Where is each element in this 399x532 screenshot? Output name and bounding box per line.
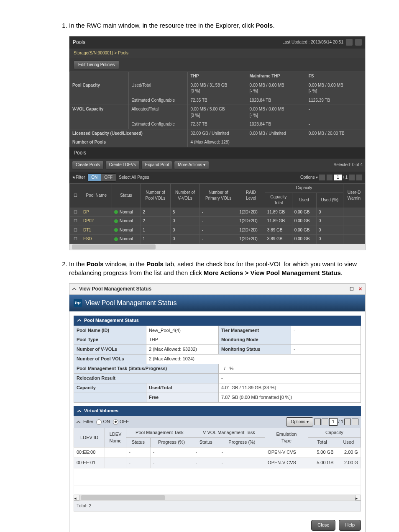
breadcrumb[interactable]: Storage(S/N:300001) > Pools (69, 49, 365, 58)
table-row[interactable]: ☐ESDNormal10-1(2D+2D)3.89 GB0.00 GB0 (70, 235, 365, 244)
cap-r2-k: V-VOL Capacity (70, 105, 129, 120)
col-ct[interactable]: Capacity Total (265, 193, 292, 208)
status-icon (114, 237, 118, 241)
cap-r3-mf: 1023.84 TB (247, 120, 306, 129)
vh-vvm[interactable]: V-VOL Management Task (193, 428, 265, 438)
vh-st2[interactable]: Status (193, 438, 219, 447)
last-updated: Last Updated : 2013/05/14 20:51 (282, 39, 343, 46)
col-cup[interactable]: Used (%) (316, 193, 343, 208)
step-1-post: . (273, 22, 274, 29)
col-status[interactable]: Status (112, 184, 141, 208)
vh-cap[interactable]: Capacity (308, 428, 361, 438)
table-row[interactable]: 00:EE:01----OPEN-V CVS5.00 GB2.00 G (74, 458, 361, 468)
cap-r1-s: Estimated Configurable (129, 96, 188, 105)
collapse-icon[interactable] (72, 287, 77, 291)
filter-toggle[interactable]: ONOFF (87, 173, 116, 182)
vh-used[interactable]: Used (336, 438, 361, 447)
page-next-icon[interactable] (348, 174, 355, 181)
close-button[interactable]: Close (311, 520, 335, 531)
h-scrollbar[interactable]: ◂▸ (74, 495, 361, 501)
chevron-up-icon[interactable] (76, 420, 81, 424)
col-capacity[interactable]: Capacity (265, 184, 343, 193)
chevron-up-icon (77, 409, 82, 414)
table-row[interactable]: ☐DPNormal25-1(2D+2D)11.89 GB0.00 GB0 (70, 208, 365, 217)
scroll-right-icon[interactable]: ▸ (355, 495, 361, 501)
chevron-up-icon (77, 318, 82, 323)
pools-grid: ☐ Pool Name Status Number of Pool VOLs N… (69, 183, 365, 244)
select-all-button[interactable]: Select All Pages (119, 175, 149, 181)
vh-ldev[interactable]: LDEV ID (74, 428, 105, 447)
status-icon (114, 228, 118, 232)
titlebar: Pools Last Updated : 2013/05/14 20:51 (69, 36, 365, 49)
page-last-icon[interactable] (352, 419, 358, 425)
page-number[interactable]: 1 (334, 174, 342, 181)
col-npr[interactable]: Number of Primary VOLs (200, 184, 237, 208)
cap-r1-thp: 72.35 TB (188, 96, 247, 105)
more-actions-button[interactable]: More Actions ▾ (174, 161, 209, 170)
cap-r0-s: Used/Total (129, 81, 188, 96)
vh-lname[interactable]: LDEV Name (105, 428, 126, 447)
filter-bar: ★Filter ONOFF Select All Pages Options ▾… (69, 172, 365, 184)
page-last-icon[interactable] (356, 174, 363, 181)
help-icon[interactable] (355, 39, 362, 46)
m-k1b: Monitoring Mode (219, 335, 291, 345)
hp-logo-icon: hp (74, 299, 82, 307)
close-icon[interactable]: ✕ (358, 287, 363, 292)
cap-r2-s: Allocated/Total (129, 105, 188, 120)
page-first-icon[interactable] (319, 174, 325, 181)
col-nvv[interactable]: Number of V-VOLs (170, 184, 200, 208)
m-k2b: Monitoring Status (219, 345, 291, 355)
edit-tiering-button[interactable]: Edit Tiering Policies (74, 60, 119, 70)
table-row[interactable]: ☐DP02Normal20-1(2D+2D)11.89 GB0.00 GB0 (70, 217, 365, 226)
refresh-icon[interactable] (346, 39, 353, 46)
filter-on-radio[interactable] (96, 419, 102, 425)
section-vv[interactable]: Virtual Volumes (74, 406, 361, 416)
col-warn[interactable]: User-D Warnin (343, 184, 365, 208)
m-v7: Free (146, 393, 219, 403)
page-prev-icon[interactable] (322, 419, 328, 425)
col-cu[interactable]: Used (292, 193, 316, 208)
help-button[interactable]: Help (339, 520, 361, 531)
page-first-icon[interactable] (314, 419, 321, 425)
col-poolname[interactable]: Pool Name (81, 184, 112, 208)
maximize-icon[interactable]: ☐ (349, 287, 354, 292)
vh-pr1[interactable]: Progress (%) (150, 438, 193, 447)
section-pms[interactable]: Pool Management Status (74, 316, 361, 326)
page-next-icon[interactable] (344, 419, 351, 425)
create-ldevs-button[interactable]: Create LDEVs (105, 161, 140, 170)
page-total: / 1 (338, 419, 343, 425)
vh-tot[interactable]: Total (308, 438, 336, 447)
table-row[interactable]: 00:EE:00----OPEN-V CVS5.00 GB2.00 G (74, 447, 361, 458)
step-2: In the Pools window, in the Pools tab, s… (69, 260, 366, 532)
m-k2: Number of V-VOLs (74, 345, 146, 355)
step-2-c: window, in the (104, 260, 147, 267)
page-prev-icon[interactable] (326, 174, 333, 181)
scroll-left-icon[interactable]: ◂ (74, 495, 79, 501)
vh-em[interactable]: Emulation Type (265, 428, 308, 447)
expand-pool-button[interactable]: Expand Pool (141, 161, 173, 170)
options-button[interactable]: Options ▾ (300, 175, 318, 181)
cap-r3-thp: 72.37 TB (188, 120, 247, 129)
cap-r0-thp: 0.00 MB / 31.58 GB [0 %] (188, 81, 247, 96)
vh-pr2[interactable]: Progress (%) (219, 438, 265, 447)
cap-r0-k: Pool Capacity (70, 81, 129, 96)
vh-pmt[interactable]: Pool Management Task (126, 428, 193, 438)
page-number[interactable]: 1 (329, 418, 338, 426)
step-1-pre: In the RWC main window, in the resource … (69, 22, 256, 29)
dialog-titlebar: View Pool Management Status ☐ ✕ (69, 284, 365, 295)
col-npv[interactable]: Number of Pool VOLs (141, 184, 171, 208)
dialog-banner: hp View Pool Management Status (69, 295, 365, 311)
vh-st1[interactable]: Status (126, 438, 150, 447)
options-button[interactable]: Options ▾ (286, 417, 313, 427)
create-pools-button[interactable]: Create Pools (72, 161, 104, 170)
pools-screenshot: Pools Last Updated : 2013/05/14 20:51 St… (69, 36, 366, 250)
table-row[interactable]: ☐DT1Normal10-1(2D+2D)3.89 GB0.00 GB0 (70, 226, 365, 235)
col-thp: THP (188, 72, 247, 81)
step-1: In the RWC main window, in the resource … (69, 21, 366, 250)
filter-off-radio[interactable] (113, 419, 118, 425)
col-check[interactable]: ☐ (70, 184, 81, 208)
col-raid[interactable]: RAID Level (237, 184, 265, 208)
m-v3: 2 (Max Allowed: 1024) (146, 355, 361, 364)
h-scrollbar[interactable] (69, 244, 365, 250)
status-icon (114, 219, 118, 223)
